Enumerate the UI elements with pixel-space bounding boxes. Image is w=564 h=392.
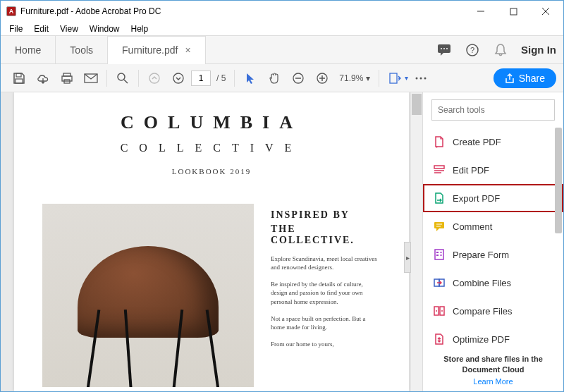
maximize-button[interactable]: [497, 1, 529, 21]
svg-point-5: [441, 48, 442, 49]
chat-icon[interactable]: [436, 42, 452, 58]
page-number-input[interactable]: [191, 71, 211, 86]
svg-point-6: [443, 48, 445, 49]
tool-combine-files[interactable]: Combine Files: [423, 269, 563, 297]
doc-body-text: INSPIRED BY THE COLLECTIVE. Explore Scan…: [271, 204, 381, 387]
page-total: / 5: [212, 73, 230, 83]
tool-label: Prepare Form: [453, 250, 509, 260]
search-icon[interactable]: [111, 67, 134, 90]
cloud-icon[interactable]: [32, 67, 54, 90]
prepare-form-icon: [433, 248, 446, 261]
document-viewport[interactable]: COLUMBIA COLLECTIVE LOOKBOOK 2019 INSPIR…: [1, 92, 422, 391]
svg-rect-1: [510, 8, 517, 15]
toolbar-separator: [138, 70, 139, 87]
print-icon[interactable]: [56, 67, 78, 90]
toolbar-separator: [106, 70, 107, 87]
doc-p2: Be inspired by the details of culture, d…: [271, 280, 381, 305]
svg-text:+: +: [436, 145, 439, 149]
svg-point-28: [424, 77, 426, 79]
svg-rect-25: [390, 73, 397, 83]
menu-window[interactable]: Window: [85, 23, 124, 35]
tool-optimize-pdf[interactable]: Optimize PDF: [423, 325, 563, 348]
combine-files-icon: [433, 276, 446, 289]
title-bar-left: A Furniture.pdf - Adobe Acrobat Pro DC: [6, 6, 161, 16]
learn-more-link[interactable]: Learn More: [433, 377, 553, 386]
tool-label: Compare Files: [453, 306, 513, 317]
tabbar-right: ? Sign In: [436, 42, 556, 58]
sidebar-scrollbar[interactable]: [555, 128, 562, 325]
minimize-button[interactable]: [465, 1, 497, 21]
tool-label: Comment: [453, 221, 492, 232]
product-image: [42, 204, 254, 387]
panel-collapse-handle[interactable]: ▸: [404, 242, 411, 273]
help-icon[interactable]: ?: [465, 42, 480, 58]
zoom-level[interactable]: 71.9% ▾: [335, 72, 374, 85]
svg-rect-30: [434, 166, 444, 169]
hand-icon[interactable]: [263, 67, 286, 90]
tool-list: + Create PDF Edit PDF Export PDF Comment…: [423, 128, 563, 348]
tool-compare-files[interactable]: Compare Files: [423, 297, 563, 325]
menu-help[interactable]: Help: [127, 23, 153, 35]
tab-bar: Home Tools Furniture.pdf × ? Sign In: [1, 36, 563, 64]
window-controls: [465, 1, 562, 21]
page-up-icon[interactable]: [143, 67, 166, 90]
content-area: COLUMBIA COLLECTIVE LOOKBOOK 2019 INSPIR…: [1, 92, 563, 391]
zoom-out-icon[interactable]: [287, 67, 309, 90]
tool-export-pdf[interactable]: Export PDF: [423, 184, 563, 212]
scrollbar-thumb[interactable]: [412, 94, 422, 115]
menu-edit[interactable]: Edit: [30, 23, 53, 35]
pointer-icon[interactable]: [239, 67, 262, 90]
tool-prepare-form[interactable]: Prepare Form: [423, 240, 563, 269]
tool-label: Edit PDF: [453, 165, 489, 176]
compare-files-icon: [433, 305, 446, 317]
bell-icon[interactable]: [493, 42, 508, 58]
svg-point-45: [436, 310, 437, 312]
svg-point-19: [173, 73, 183, 83]
toolbar-separator: [379, 70, 379, 87]
save-icon[interactable]: [8, 67, 30, 90]
tab-document-label: Furniture.pdf: [122, 44, 178, 56]
share-icon: [505, 73, 515, 83]
tab-document[interactable]: Furniture.pdf ×: [108, 36, 206, 64]
tool-comment[interactable]: Comment: [423, 212, 563, 240]
tab-home-label: Home: [15, 44, 41, 56]
doc-heading2: THE COLLECTIVE.: [271, 223, 381, 246]
tool-create-pdf[interactable]: + Create PDF: [423, 128, 563, 156]
doc-subtitle: COLLECTIVE: [42, 142, 381, 154]
doc-title: COLUMBIA: [42, 112, 381, 133]
svg-rect-39: [436, 255, 439, 256]
more-icon[interactable]: [410, 67, 432, 90]
window-title: Furniture.pdf - Adobe Acrobat Pro DC: [20, 6, 161, 16]
mail-icon[interactable]: [80, 67, 102, 90]
svg-rect-11: [16, 79, 23, 83]
zoom-in-icon[interactable]: [311, 67, 333, 90]
app-icon: A: [6, 6, 16, 16]
toolbar-separator: [234, 70, 235, 87]
sign-in-button[interactable]: Sign In: [521, 44, 556, 56]
sidebar-scrollbar-thumb[interactable]: [555, 128, 562, 233]
svg-point-16: [118, 73, 125, 80]
cloud-promo-text: Store and share files in the Document Cl…: [433, 354, 553, 374]
svg-point-46: [441, 310, 443, 312]
close-button[interactable]: [529, 1, 562, 21]
toolbar: / 5 71.9% ▾ ▾ Share: [1, 64, 563, 92]
doc-p4: From our home to yours,: [271, 340, 381, 348]
fit-dropdown-icon[interactable]: ▾: [405, 74, 408, 82]
tool-label: Combine Files: [453, 278, 511, 288]
menu-file[interactable]: File: [5, 23, 27, 35]
tab-tools[interactable]: Tools: [56, 36, 108, 64]
search-tools-input[interactable]: [431, 99, 555, 121]
tab-home[interactable]: Home: [1, 36, 56, 64]
tool-label: Optimize PDF: [453, 334, 510, 345]
share-label: Share: [519, 73, 545, 84]
fit-width-icon[interactable]: [384, 67, 406, 90]
doc-heading1: INSPIRED BY: [271, 209, 381, 221]
tool-edit-pdf[interactable]: Edit PDF: [423, 156, 563, 184]
tab-close-icon[interactable]: ×: [185, 44, 190, 56]
document-scrollbar[interactable]: [411, 92, 422, 391]
share-button[interactable]: Share: [494, 68, 556, 88]
menu-view[interactable]: View: [56, 23, 82, 35]
tool-label: Create PDF: [453, 137, 501, 147]
cloud-promo: Store and share files in the Document Cl…: [423, 348, 563, 391]
page-down-icon[interactable]: [167, 67, 190, 90]
